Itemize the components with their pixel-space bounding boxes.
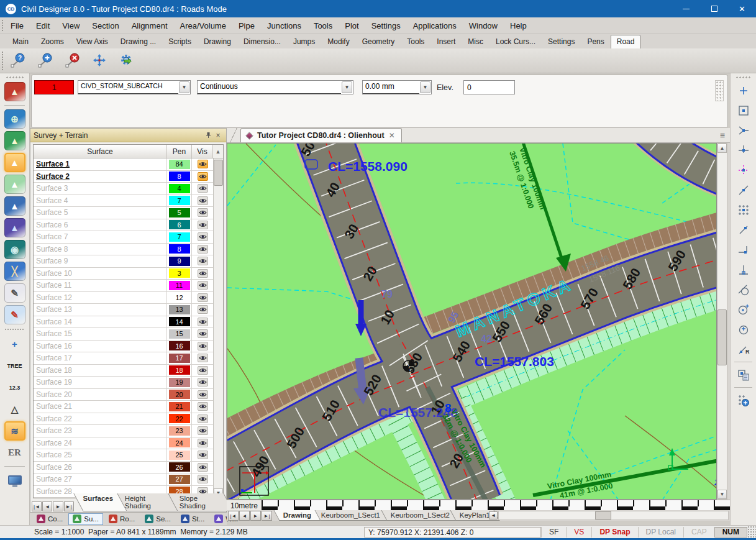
ribbon-tab-modify[interactable]: Modify	[321, 35, 355, 48]
visibility-eye-icon[interactable]	[198, 475, 208, 483]
ribbon-tab-zooms[interactable]: Zooms	[35, 35, 70, 48]
menu-pipe[interactable]: Pipe	[232, 19, 261, 33]
visibility-eye-icon[interactable]	[198, 221, 208, 229]
scrollbar-thumb[interactable]	[214, 160, 223, 186]
next-tab-button[interactable]: ►	[53, 501, 63, 511]
surface-name[interactable]: Surface 15	[34, 328, 167, 340]
surface-name[interactable]: Surface 8	[34, 244, 167, 255]
entity-properties-icon[interactable]	[734, 367, 753, 383]
tab-close-icon[interactable]: ✕	[389, 131, 395, 140]
pen-cell[interactable]: 4	[167, 183, 192, 194]
pen-cell[interactable]: 18	[167, 365, 192, 377]
pin-icon[interactable]	[203, 130, 213, 140]
snap-perpendicular-icon[interactable]	[734, 262, 753, 278]
snap-intersection-icon[interactable]	[734, 122, 753, 139]
pen-cell[interactable]: 26	[167, 462, 192, 474]
status-toggle-vs[interactable]: VS	[566, 527, 591, 538]
column-header-surface[interactable]: Surface	[34, 145, 167, 158]
surface-row[interactable]: Surface 1111	[34, 280, 213, 292]
surface-row[interactable]: Surface 2222	[34, 413, 213, 426]
surface-name[interactable]: Surface 19	[34, 377, 167, 388]
visibility-eye-icon[interactable]	[198, 402, 208, 411]
chevron-down-icon[interactable]: ▼	[179, 81, 189, 93]
surface-row[interactable]: Surface 47	[34, 195, 213, 208]
pen-cell[interactable]: 14	[167, 316, 192, 328]
tab-list-menu-icon[interactable]: ≡	[715, 130, 730, 140]
last-sheet-button[interactable]: ►|	[262, 511, 272, 521]
pen-cell[interactable]: 8	[167, 171, 192, 183]
visibility-eye-icon[interactable]	[198, 390, 208, 399]
visibility-eye-icon[interactable]	[198, 366, 208, 375]
scrollbar-thumb[interactable]	[595, 511, 611, 519]
menu-plot[interactable]: Plot	[339, 19, 365, 33]
pen-cell[interactable]: 24	[167, 437, 192, 449]
menu-view[interactable]: View	[56, 19, 86, 33]
prev-sheet-button[interactable]: ◄	[239, 511, 250, 521]
visibility-eye-icon[interactable]	[198, 463, 208, 472]
menu-tools[interactable]: Tools	[307, 19, 339, 33]
surface-name[interactable]: Surface 9	[34, 255, 167, 267]
status-toggle-sf[interactable]: SF	[541, 527, 566, 538]
surface-row[interactable]: Surface 1313	[34, 304, 213, 316]
lineweight-combo[interactable]: 0.00 mm ▼	[362, 80, 432, 94]
visibility-eye-icon[interactable]	[198, 305, 208, 314]
visibility-eye-icon[interactable]	[198, 160, 208, 168]
surface-row[interactable]: Surface 1919	[34, 377, 213, 389]
surface-name[interactable]: Surface 10	[34, 268, 167, 280]
menu-file[interactable]: File	[4, 19, 30, 33]
surface-row[interactable]: Surface 1212	[34, 292, 213, 304]
visibility-eye-icon[interactable]	[198, 281, 208, 290]
pen-cell[interactable]: 19	[167, 377, 192, 388]
pen-cell[interactable]: 25	[167, 449, 192, 461]
dock-tab-survey[interactable]: Su...	[68, 513, 103, 525]
module-design-icon[interactable]: ▲	[4, 82, 25, 101]
menu-window[interactable]: Window	[463, 19, 504, 33]
scroll-up-icon[interactable]: ▲	[213, 145, 223, 158]
visibility-eye-icon[interactable]	[198, 293, 208, 302]
visibility-eye-icon[interactable]	[198, 342, 208, 350]
visibility-eye-icon[interactable]	[198, 354, 208, 362]
pen-cell[interactable]: 12	[167, 292, 192, 304]
chevron-down-icon[interactable]: ▼	[420, 81, 430, 93]
pen-cell[interactable]: 84	[167, 158, 192, 170]
ribbon-tab-pens[interactable]: Pens	[581, 35, 610, 48]
resize-grip[interactable]	[747, 526, 756, 538]
close-button[interactable]: ✕	[728, 0, 756, 17]
visibility-eye-icon[interactable]	[198, 269, 208, 278]
snap-nearest-icon[interactable]	[734, 182, 753, 198]
surface-name[interactable]: Surface 1	[34, 158, 167, 170]
ribbon-tab-drawing[interactable]: Drawing	[198, 35, 237, 48]
surface-name[interactable]: Surface 26	[34, 462, 167, 474]
pen-cell[interactable]: 9	[167, 255, 192, 267]
first-tab-button[interactable]: |◄	[32, 501, 42, 511]
surface-row[interactable]: Surface 34	[34, 183, 213, 195]
point-value-icon[interactable]: 12.3	[4, 378, 25, 397]
surface-row[interactable]: Surface 2626	[34, 462, 213, 474]
elevation-input[interactable]	[463, 80, 515, 94]
minimize-button[interactable]	[672, 0, 700, 17]
menu-junctions[interactable]: Junctions	[261, 19, 307, 33]
status-toggle-cap[interactable]: CAP	[683, 527, 714, 538]
pen-cell[interactable]: 21	[167, 401, 192, 413]
module-tools-icon[interactable]: ╳	[4, 262, 25, 281]
module-road-design-icon[interactable]: ▲	[4, 196, 25, 216]
pen-cell[interactable]: 6	[167, 219, 192, 231]
pen-cell[interactable]: 13	[167, 304, 192, 316]
prev-tab-button[interactable]: ◄	[42, 501, 52, 511]
surface-name[interactable]: Surface 12	[34, 292, 167, 304]
surface-row[interactable]: Surface 77	[34, 231, 213, 244]
chevron-down-icon[interactable]: ▼	[342, 81, 352, 93]
surface-name[interactable]: Surface 5	[34, 207, 167, 219]
surface-name[interactable]: Surface 17	[34, 352, 167, 364]
sketch-icon[interactable]: ✎	[4, 305, 25, 324]
snap-circle-center-icon[interactable]	[734, 321, 753, 337]
surface-name[interactable]: Surface 21	[34, 401, 167, 413]
add-line-icon[interactable]	[35, 52, 55, 70]
snap-corner-icon[interactable]	[734, 242, 753, 258]
snap-center-box-icon[interactable]	[734, 103, 753, 119]
surface-row[interactable]: Surface 1414	[34, 316, 213, 329]
visibility-eye-icon[interactable]	[198, 257, 208, 265]
next-sheet-button[interactable]: ►	[250, 511, 261, 521]
snap-grid-points-icon[interactable]	[734, 202, 753, 218]
scrollbar-thumb[interactable]	[717, 309, 727, 365]
